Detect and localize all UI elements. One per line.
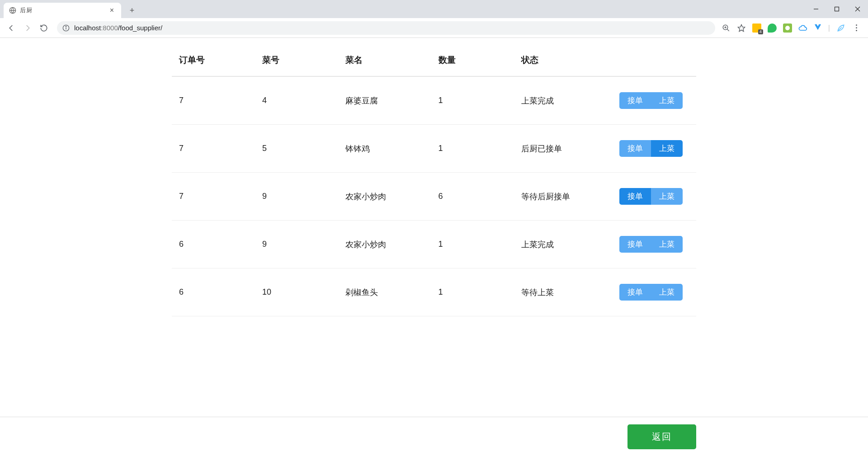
extension-translate-icon[interactable]: 4 xyxy=(752,24,761,33)
accept-order-button[interactable]: 接单 xyxy=(619,92,651,109)
cell-order-id: 6 xyxy=(172,221,255,268)
new-tab-button[interactable]: + xyxy=(126,4,138,17)
cell-order-id: 7 xyxy=(172,173,255,221)
nav-back-button[interactable] xyxy=(5,21,18,35)
accept-order-button[interactable]: 接单 xyxy=(619,284,651,301)
window-minimize-button[interactable] xyxy=(806,0,826,18)
cell-dish-id: 5 xyxy=(255,125,338,173)
window-close-button[interactable] xyxy=(847,0,868,18)
browser-menu-button[interactable] xyxy=(852,24,861,33)
cell-status: 后厨已接单 xyxy=(514,125,612,173)
orders-table: 订单号 菜号 菜名 数量 状态 74麻婆豆腐1上菜完成接单上菜75钵钵鸡1后厨已… xyxy=(172,47,696,316)
cell-status: 等待上菜 xyxy=(514,268,612,316)
cell-order-id: 7 xyxy=(172,125,255,173)
window-controls xyxy=(806,0,868,18)
cell-dish-name: 麻婆豆腐 xyxy=(338,76,431,125)
cell-status: 等待后厨接单 xyxy=(514,173,612,221)
th-actions xyxy=(612,47,696,76)
page-content: 订单号 菜号 菜名 数量 状态 74麻婆豆腐1上菜完成接单上菜75钵钵鸡1后厨已… xyxy=(0,38,868,362)
nav-reload-button[interactable] xyxy=(37,21,51,35)
th-dish-id: 菜号 xyxy=(255,47,338,76)
extension-evernote-icon[interactable] xyxy=(768,24,777,33)
table-row: 69农家小炒肉1上菜完成接单上菜 xyxy=(172,221,696,268)
cell-actions: 接单上菜 xyxy=(612,268,696,316)
accept-order-button[interactable]: 接单 xyxy=(619,140,651,157)
serve-dish-button[interactable]: 上菜 xyxy=(651,140,683,157)
toolbar-actions: 4 | xyxy=(722,23,863,33)
th-quantity: 数量 xyxy=(431,47,514,76)
cell-dish-id: 10 xyxy=(255,268,338,316)
cell-actions: 接单上菜 xyxy=(612,125,696,173)
cell-actions: 接单上菜 xyxy=(612,221,696,268)
extension-cloud-icon[interactable] xyxy=(798,24,807,33)
extension-v-icon[interactable] xyxy=(814,23,822,33)
cell-dish-name: 农家小炒肉 xyxy=(338,173,431,221)
extension-camera-icon[interactable] xyxy=(783,24,792,33)
bookmark-star-icon[interactable] xyxy=(737,24,746,33)
cell-dish-id: 9 xyxy=(255,221,338,268)
cell-dish-id: 4 xyxy=(255,76,338,125)
cell-quantity: 1 xyxy=(431,125,514,173)
accept-order-button[interactable]: 接单 xyxy=(619,188,651,205)
browser-tab-strip: 后厨 × + xyxy=(0,0,868,18)
globe-icon xyxy=(9,7,16,14)
cell-dish-id: 9 xyxy=(255,173,338,221)
cell-dish-name: 钵钵鸡 xyxy=(338,125,431,173)
cell-quantity: 1 xyxy=(431,268,514,316)
serve-dish-button[interactable]: 上菜 xyxy=(651,188,683,205)
site-info-icon[interactable] xyxy=(62,24,70,32)
cell-dish-name: 农家小炒肉 xyxy=(338,221,431,268)
address-bar[interactable]: localhost:8000/food_supplier/ xyxy=(57,21,715,35)
th-status: 状态 xyxy=(514,47,612,76)
zoom-icon[interactable] xyxy=(722,24,731,33)
cell-order-id: 6 xyxy=(172,268,255,316)
browser-tab[interactable]: 后厨 × xyxy=(4,3,121,18)
window-maximize-button[interactable] xyxy=(826,0,847,18)
nav-forward-button[interactable] xyxy=(21,21,34,35)
cell-actions: 接单上菜 xyxy=(612,173,696,221)
table-row: 75钵钵鸡1后厨已接单接单上菜 xyxy=(172,125,696,173)
extension-feather-icon[interactable] xyxy=(836,24,845,33)
cell-status: 上菜完成 xyxy=(514,76,612,125)
accept-order-button[interactable]: 接单 xyxy=(619,236,651,253)
extension-badge: 4 xyxy=(758,29,763,34)
table-row: 74麻婆豆腐1上菜完成接单上菜 xyxy=(172,76,696,125)
cell-quantity: 1 xyxy=(431,221,514,268)
cell-dish-name: 剁椒鱼头 xyxy=(338,268,431,316)
th-dish-name: 菜名 xyxy=(338,47,431,76)
url-text: localhost:8000/food_supplier/ xyxy=(74,24,162,32)
svg-point-7 xyxy=(66,26,66,27)
th-order-id: 订单号 xyxy=(172,47,255,76)
table-row: 610剁椒鱼头1等待上菜接单上菜 xyxy=(172,268,696,316)
svg-rect-2 xyxy=(835,7,839,11)
serve-dish-button[interactable]: 上菜 xyxy=(651,236,683,253)
table-row: 79农家小炒肉6等待后厨接单接单上菜 xyxy=(172,173,696,221)
serve-dish-button[interactable]: 上菜 xyxy=(651,92,683,109)
svg-line-9 xyxy=(727,29,729,31)
cell-actions: 接单上菜 xyxy=(612,76,696,125)
tab-title: 后厨 xyxy=(20,6,108,14)
cell-status: 上菜完成 xyxy=(514,221,612,268)
cell-quantity: 1 xyxy=(431,76,514,125)
browser-toolbar: localhost:8000/food_supplier/ 4 | xyxy=(0,18,868,38)
tab-close-button[interactable]: × xyxy=(108,6,116,14)
cell-order-id: 7 xyxy=(172,76,255,125)
cell-quantity: 6 xyxy=(431,173,514,221)
svg-marker-12 xyxy=(738,24,745,31)
serve-dish-button[interactable]: 上菜 xyxy=(651,284,683,301)
